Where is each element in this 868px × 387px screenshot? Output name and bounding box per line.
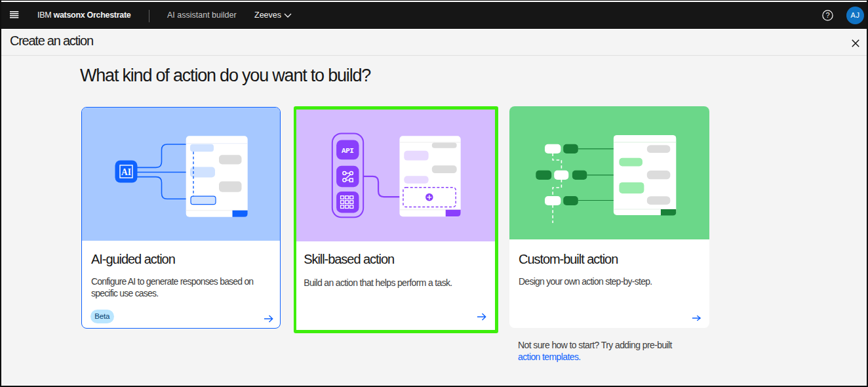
svg-text:?: ? xyxy=(825,11,829,19)
svg-text:API: API xyxy=(342,146,353,154)
svg-text:AI: AI xyxy=(121,167,131,177)
